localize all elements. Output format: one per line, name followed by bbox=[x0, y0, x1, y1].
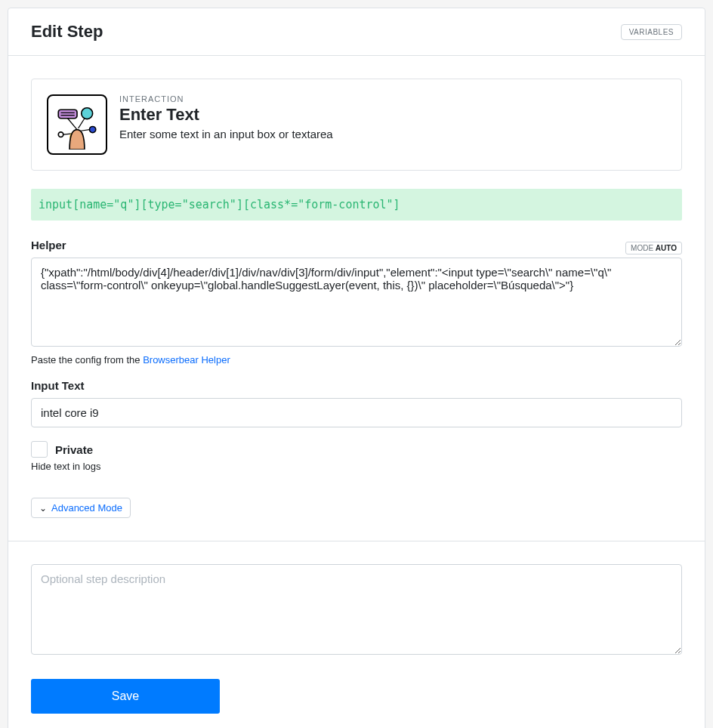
svg-rect-0 bbox=[58, 110, 77, 119]
card-footer: Save bbox=[8, 541, 705, 728]
interaction-title: Enter Text bbox=[119, 105, 333, 125]
input-text-group: Input Text bbox=[31, 379, 682, 427]
mode-value: AUTO bbox=[656, 244, 677, 252]
interaction-info: INTERACTION Enter Text Enter some text i… bbox=[119, 94, 333, 140]
private-label: Private bbox=[55, 443, 93, 456]
helper-textarea[interactable] bbox=[31, 258, 682, 347]
input-text-label: Input Text bbox=[31, 379, 682, 392]
interaction-summary: INTERACTION Enter Text Enter some text i… bbox=[31, 79, 682, 171]
css-selector-display: input[name="q"][type="search"][class*="f… bbox=[31, 189, 682, 221]
private-checkbox[interactable] bbox=[31, 441, 48, 458]
helper-group: Helper MODE AUTO Paste the config from t… bbox=[31, 239, 682, 366]
mode-badge[interactable]: MODE AUTO bbox=[625, 242, 682, 254]
step-description-textarea[interactable] bbox=[31, 564, 682, 655]
edit-step-card: Edit Step VARIABLES bbox=[8, 8, 705, 728]
helper-hint-link[interactable]: Browserbear Helper bbox=[143, 354, 230, 366]
helper-label: Helper bbox=[31, 239, 682, 251]
variables-button[interactable]: VARIABLES bbox=[621, 24, 682, 40]
save-button[interactable]: Save bbox=[31, 679, 220, 714]
svg-line-7 bbox=[79, 119, 85, 128]
enter-text-icon bbox=[47, 94, 107, 155]
chevron-down-icon: ⌄ bbox=[39, 503, 47, 514]
input-text-field[interactable] bbox=[31, 398, 682, 427]
helper-hint: Paste the config from the Browserbear He… bbox=[31, 354, 682, 366]
svg-point-4 bbox=[90, 126, 96, 132]
svg-point-3 bbox=[82, 108, 93, 119]
interaction-category: INTERACTION bbox=[119, 94, 333, 103]
helper-hint-text: Paste the config from the bbox=[31, 354, 143, 366]
private-group: Private Hide text in logs bbox=[31, 441, 682, 472]
card-header: Edit Step VARIABLES bbox=[8, 8, 705, 56]
mode-label-text: MODE bbox=[631, 244, 653, 252]
svg-point-5 bbox=[58, 132, 63, 137]
svg-line-8 bbox=[81, 130, 90, 131]
page-title: Edit Step bbox=[31, 22, 103, 42]
private-hint: Hide text in logs bbox=[31, 461, 682, 472]
svg-line-6 bbox=[68, 119, 77, 130]
interaction-description: Enter some text in an input box or texta… bbox=[119, 128, 333, 140]
advanced-mode-toggle[interactable]: ⌄ Advanced Mode bbox=[31, 498, 131, 518]
card-body: INTERACTION Enter Text Enter some text i… bbox=[8, 56, 705, 541]
advanced-mode-label: Advanced Mode bbox=[51, 502, 122, 514]
